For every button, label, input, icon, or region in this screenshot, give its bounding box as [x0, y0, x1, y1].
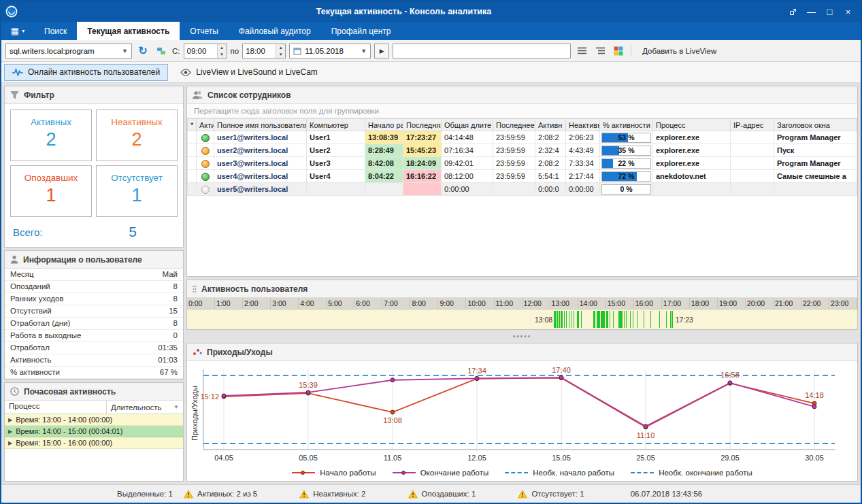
expand-icon[interactable]: ▶ [8, 417, 12, 423]
column-header[interactable]: Полное имя пользователя [214, 119, 307, 131]
step-up-icon[interactable]: ▲ [276, 44, 285, 51]
table-row[interactable]: user3@writers.localUser38:42:0818:24:090… [188, 157, 857, 170]
activity-segment [557, 311, 558, 328]
column-header-process[interactable]: Процесс [5, 401, 107, 414]
start-time: 13:08:39 [365, 131, 403, 144]
minimize-icon[interactable]: — [803, 5, 820, 18]
last-activity-time: 17:23:27 [403, 131, 442, 144]
toolbar: sql.writers.local:program ▼ ↻ С: ▲▼ по ▲… [1, 40, 861, 62]
table-row[interactable]: user5@writers.local0:00:000:00:00:00:000… [188, 183, 857, 196]
stat-box[interactable]: Активных2 [10, 110, 92, 161]
step-down-icon[interactable]: ▼ [276, 51, 285, 58]
employee-name: user3@writers.local [214, 157, 307, 170]
column-header[interactable]: Активн [535, 119, 566, 131]
chart-body: Приходы/Уходы 15:1215:3913:0817:3417:401… [187, 361, 857, 465]
stat-label: Неактивных [97, 117, 177, 127]
column-header[interactable]: Актив [197, 119, 214, 131]
hourly-row[interactable]: ▶Время: 13:00 - 14:00 (00:00) [5, 414, 183, 426]
status-timestamp: 06.07.2018 13:43:56 [631, 490, 703, 498]
stat-box[interactable]: Неактивных2 [96, 110, 178, 161]
menu-tab[interactable]: Профайл центр [321, 22, 401, 40]
timeline-band[interactable]: 13:0817:23 [187, 309, 857, 329]
step-up-icon[interactable]: ▲ [218, 44, 227, 51]
refresh-icon[interactable]: ↻ [135, 44, 150, 58]
menu-tab[interactable]: Файловый аудитор [229, 22, 321, 40]
date-picker[interactable]: 11.05.2018 ▼ [289, 44, 371, 58]
stat-box[interactable]: Опоздавших1 [10, 165, 92, 217]
menu-tab[interactable]: Поиск [34, 22, 77, 40]
column-header[interactable]: Заголовок окна [774, 119, 857, 131]
info-value: 15 [135, 305, 183, 318]
expand-icon[interactable]: ▶ [8, 429, 12, 435]
popout-icon[interactable] [784, 5, 801, 18]
main-menu-button[interactable]: ▦ ▾ [1, 22, 34, 40]
last-activity-time: 16:16:22 [403, 170, 442, 183]
column-header-duration[interactable]: Длительность ▼ [107, 401, 183, 414]
tab-label: LiveView и LiveSound и LiveCam [196, 67, 318, 77]
user-info-table: МесяцМайОпозданий8Ранних уходов8Отсутств… [5, 269, 183, 379]
tab-liveview[interactable]: LiveView и LiveSound и LiveCam [172, 64, 326, 81]
column-header[interactable]: * [188, 119, 197, 131]
list-view-icon[interactable] [574, 44, 589, 58]
app-window: Текущая активность - Консоль аналитика —… [0, 0, 862, 504]
table-row[interactable]: user2@writers.localUser28:28:4915:45:230… [188, 144, 857, 157]
start-time: 8:28:49 [365, 144, 403, 157]
stat-label: Опоздавших [11, 173, 91, 183]
drag-handle-icon[interactable] [193, 285, 197, 293]
next-day-button[interactable]: ▶ [374, 44, 389, 58]
hourly-row[interactable]: ▶Время: 14:00 - 15:00 (00:04:01) [5, 426, 183, 437]
colors-icon[interactable] [611, 44, 626, 58]
status-item-text: Активных: 2 из 5 [197, 490, 257, 498]
hour-label: 20:00 [746, 298, 774, 309]
column-header[interactable]: Последняя [403, 119, 442, 131]
users-icon [193, 90, 203, 99]
hourly-empty-area [5, 449, 183, 481]
hour-label: 1:00 [215, 298, 243, 309]
add-liveview-button[interactable]: Добавить в LiveView [636, 43, 723, 59]
hour-label: 22:00 [801, 298, 829, 309]
sessions-icon[interactable] [154, 44, 169, 58]
column-header[interactable]: IP-адрес [731, 119, 774, 131]
legend-line [292, 472, 315, 473]
statusbar: Выделенные: 1 Активных: 2 из 5Неактивных… [1, 484, 861, 503]
sort-arrow-icon[interactable]: ▼ [173, 404, 179, 410]
time-to-input[interactable] [243, 44, 276, 58]
profile-select[interactable]: sql.writers.local:program ▼ [5, 44, 132, 58]
column-header[interactable]: Начало раб [365, 119, 403, 131]
calendar-icon [293, 47, 301, 55]
search-input[interactable] [393, 44, 571, 58]
hourly-row-label: Время: 13:00 - 14:00 (00:00) [16, 416, 112, 424]
info-row: Отработал (дни)8 [5, 318, 183, 330]
expand-icon[interactable]: ▶ [8, 440, 12, 446]
column-header[interactable]: Процесс [653, 119, 731, 131]
column-header[interactable]: Общая длите [442, 119, 493, 131]
menu-tab[interactable]: Отчеты [180, 22, 228, 40]
sidebar: Фильтр Активных2Неактивных2Опоздавших1От… [4, 86, 184, 482]
table-row[interactable]: user1@writers.localUser113:08:3917:23:27… [188, 131, 857, 144]
column-header[interactable]: Последнее в [493, 119, 535, 131]
info-value: 8 [135, 281, 183, 293]
info-row: Ранних уходов8 [5, 293, 183, 305]
hour-label: 8:00 [410, 298, 438, 309]
menu-tab[interactable]: Текущая активность [77, 22, 180, 40]
group-by-hint[interactable]: Перетащите сюда заголовок поля для групп… [187, 104, 857, 118]
time-from-input[interactable] [184, 44, 217, 58]
column-header[interactable]: Неактивн [566, 119, 600, 131]
band-end-label: 17:23 [676, 316, 693, 324]
time-from-stepper[interactable]: ▲▼ [184, 44, 227, 58]
horizontal-splitter[interactable]: ••••• [186, 333, 858, 340]
table-row[interactable]: user4@writers.localUser48:04:2216:16:220… [188, 170, 857, 183]
employee-computer: User3 [307, 157, 365, 170]
column-header[interactable]: % активности [600, 119, 653, 131]
tab-online-activity[interactable]: Онлайн активность пользователей [4, 64, 168, 81]
maximize-icon[interactable]: □ [821, 5, 838, 18]
close-icon[interactable]: × [840, 5, 857, 18]
column-header[interactable]: Компьютер [307, 119, 365, 131]
svg-text:11:10: 11:10 [637, 431, 655, 439]
filter-stats: Активных2Неактивных2Опоздавших1Отсутству… [5, 104, 183, 220]
stat-box[interactable]: Отсутствует1 [96, 165, 178, 217]
time-to-stepper[interactable]: ▲▼ [242, 44, 286, 58]
hourly-row[interactable]: ▶Время: 15:00 - 16:00 (00:00) [5, 437, 183, 449]
group-view-icon[interactable] [593, 44, 608, 58]
step-down-icon[interactable]: ▼ [218, 51, 227, 58]
